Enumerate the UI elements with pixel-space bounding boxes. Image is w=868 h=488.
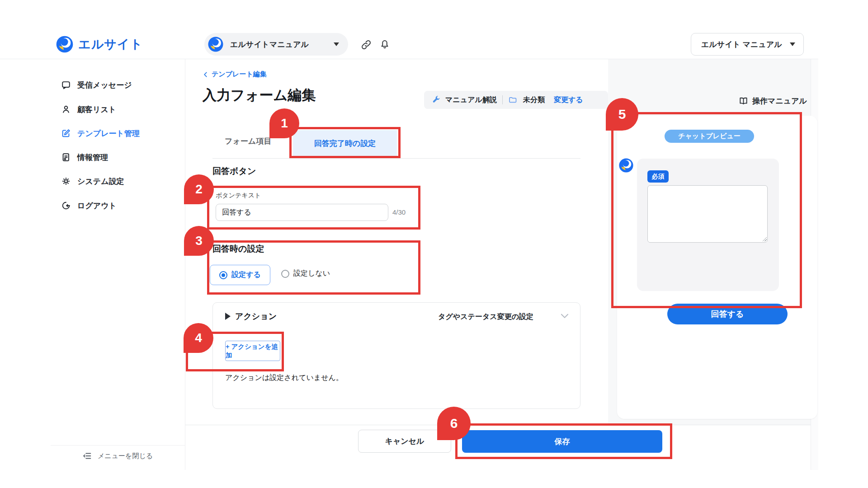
breadcrumb-label: テンプレート編集 bbox=[212, 70, 267, 79]
preview-answer-textarea[interactable] bbox=[647, 185, 768, 243]
cancel-button[interactable]: キャンセル bbox=[358, 430, 451, 453]
account-selector-label: エルサイトマニュアル bbox=[230, 39, 327, 50]
manual-explanation-toggle[interactable]: マニュアル解説 bbox=[431, 95, 497, 105]
logout-icon bbox=[61, 201, 71, 211]
collapse-menu-icon bbox=[82, 451, 92, 461]
inbox-message-icon bbox=[61, 80, 71, 90]
chevron-left-icon bbox=[203, 71, 209, 78]
collapse-menu-button[interactable]: メニューを閉じる bbox=[82, 451, 153, 461]
manual-toolbar: マニュアル解説 未分類 変更する bbox=[424, 91, 608, 109]
char-counter: 4/30 bbox=[392, 208, 406, 216]
toolbar-divider bbox=[502, 95, 503, 104]
sidebar: 受信メッセージ 顧客リスト テンプレート管理 bbox=[51, 59, 185, 470]
link-icon[interactable] bbox=[360, 39, 372, 51]
action-description: タグやステータス変更の設定 bbox=[438, 312, 533, 322]
gear-icon bbox=[61, 176, 71, 186]
save-button[interactable]: 保存 bbox=[462, 430, 662, 453]
answer-button-heading: 回答ボタン bbox=[212, 165, 256, 177]
sidebar-item-label: 顧客リスト bbox=[77, 104, 116, 115]
category-label: 未分類 bbox=[523, 95, 545, 105]
radio-set-on[interactable]: 設定する bbox=[210, 265, 270, 285]
template-edit-icon bbox=[61, 128, 71, 138]
radio-selected-icon bbox=[219, 271, 227, 279]
chevron-down-icon bbox=[334, 42, 339, 46]
tab-completion-settings[interactable]: 回答完了時の設定 bbox=[293, 130, 397, 156]
preview-submit-button[interactable]: 回答する bbox=[667, 304, 788, 324]
button-text-input[interactable] bbox=[216, 204, 388, 221]
radio-set-off[interactable]: 設定しない bbox=[281, 269, 330, 278]
resize-handle-icon[interactable] bbox=[762, 236, 767, 241]
chevron-down-icon[interactable] bbox=[559, 310, 571, 322]
answer-setting-heading: 回答時の設定 bbox=[212, 243, 264, 255]
radio-on-label: 設定する bbox=[231, 270, 261, 280]
sidebar-item-inbox[interactable]: 受信メッセージ bbox=[51, 76, 185, 94]
sidebar-item-label: テンプレート管理 bbox=[77, 128, 140, 139]
tab-form-items[interactable]: フォーム項目 bbox=[225, 136, 271, 146]
customer-icon bbox=[61, 104, 71, 114]
app-screen: エルサイト エルサイトマニュアル bbox=[0, 0, 868, 488]
sidebar-item-label: システム設定 bbox=[77, 176, 124, 187]
info-document-icon bbox=[61, 152, 71, 162]
account-avatar bbox=[208, 36, 224, 52]
operation-manual-label: 操作マニュアル bbox=[752, 96, 807, 106]
book-icon bbox=[738, 96, 749, 106]
tab-underline bbox=[212, 158, 580, 159]
radio-unselected-icon bbox=[281, 270, 289, 278]
sidebar-item-settings[interactable]: システム設定 bbox=[51, 172, 185, 190]
action-accordion-header[interactable]: アクション bbox=[225, 311, 277, 322]
chat-avatar bbox=[618, 158, 634, 173]
breadcrumb[interactable]: テンプレート編集 bbox=[203, 70, 267, 79]
brand-name: エルサイト bbox=[78, 36, 143, 52]
action-card: アクション タグやステータス変更の設定 + アクションを追加 アクションは設定さ… bbox=[212, 302, 580, 409]
bell-icon[interactable] bbox=[379, 38, 391, 50]
chat-message-bubble: 必須 回答する bbox=[637, 159, 779, 291]
workspace-selector-label: エルサイト マニュアル bbox=[701, 39, 782, 50]
action-heading: アクション bbox=[235, 311, 277, 322]
account-selector[interactable]: エルサイトマニュアル bbox=[204, 33, 348, 56]
manual-explanation-label: マニュアル解説 bbox=[445, 95, 497, 105]
collapse-menu-label: メニューを閉じる bbox=[98, 452, 153, 460]
sidebar-item-logout[interactable]: ログアウト bbox=[51, 197, 185, 215]
action-empty-message: アクションは設定されていません。 bbox=[225, 373, 343, 383]
page-title: 入力フォーム編集 bbox=[203, 86, 316, 105]
topbar: エルサイト エルサイトマニュアル bbox=[0, 0, 818, 59]
sidebar-item-label: 情報管理 bbox=[77, 152, 108, 163]
change-category-link[interactable]: 変更する bbox=[554, 95, 583, 105]
button-text-label: ボタンテキスト bbox=[216, 192, 261, 200]
folder-icon bbox=[508, 95, 518, 105]
sidebar-footer: メニューを閉じる bbox=[51, 445, 185, 470]
chevron-down-icon bbox=[790, 42, 795, 46]
workspace-selector[interactable]: エルサイト マニュアル bbox=[691, 33, 804, 56]
sidebar-item-templates[interactable]: テンプレート管理 bbox=[51, 124, 185, 142]
chat-preview-badge: チャットプレビュー bbox=[665, 130, 754, 143]
sidebar-item-customers[interactable]: 顧客リスト bbox=[51, 100, 185, 118]
sidebar-item-label: 受信メッセージ bbox=[77, 80, 132, 90]
radio-off-label: 設定しない bbox=[293, 269, 330, 278]
sidebar-item-information[interactable]: 情報管理 bbox=[51, 148, 185, 166]
sidebar-item-label: ログアウト bbox=[77, 201, 117, 211]
operation-manual-link[interactable]: 操作マニュアル bbox=[738, 96, 807, 106]
required-badge: 必須 bbox=[647, 170, 669, 183]
chat-preview-panel: チャットプレビュー 必須 回答する bbox=[617, 116, 817, 419]
brand-bird-icon bbox=[56, 35, 74, 53]
wrench-icon bbox=[431, 95, 441, 105]
brand-logo: エルサイト bbox=[56, 35, 143, 53]
triangle-right-icon bbox=[225, 313, 231, 320]
add-action-button[interactable]: + アクションを追加 bbox=[225, 341, 280, 361]
